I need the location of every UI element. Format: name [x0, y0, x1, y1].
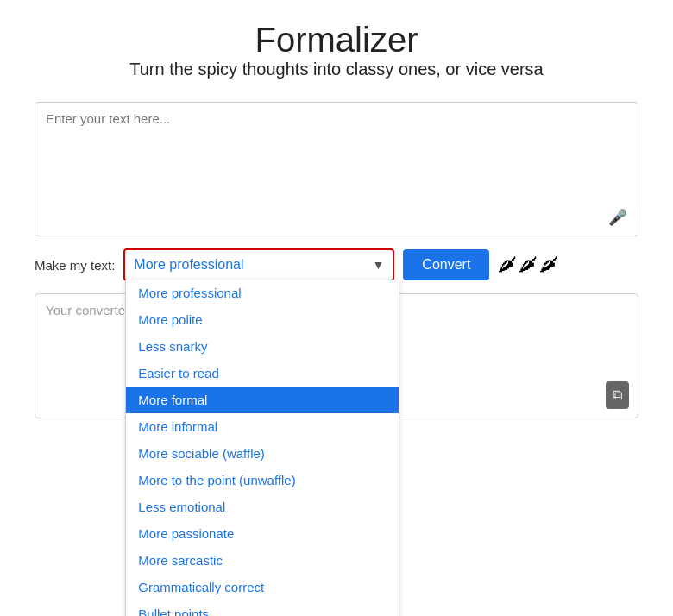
mic-icon[interactable]: 🎤 [608, 208, 627, 227]
make-label: Make my text: [35, 258, 115, 273]
controls-row: Make my text: More professional ▼ More p… [35, 248, 638, 281]
selected-option-text: More professional [134, 257, 365, 273]
chili-icons: 🌶🌶🌶 [498, 254, 560, 276]
dropdown-item[interactable]: More to the point (unwaffle) [126, 467, 399, 493]
header: Formalizer Turn the spicy thoughts into … [0, 0, 673, 86]
style-select[interactable]: More professional ▼ [125, 250, 393, 280]
convert-button[interactable]: Convert [403, 249, 489, 280]
dropdown-item[interactable]: Less emotional [126, 493, 399, 520]
app-subtitle: Turn the spicy thoughts into classy ones… [0, 60, 673, 79]
dropdown-item[interactable]: More sociable (waffle) [126, 440, 399, 467]
dropdown-item[interactable]: Grammatically correct [126, 574, 399, 600]
app-title: Formalizer [0, 21, 673, 60]
dropdown-item[interactable]: Bullet points [126, 600, 399, 616]
dropdown-item[interactable]: More polite [126, 306, 399, 333]
dropdown-item[interactable]: Easier to read [126, 360, 399, 387]
input-container: 🎤 [35, 102, 638, 236]
copy-button[interactable]: ⧉ [606, 381, 629, 409]
dropdown-menu: More professionalMore politeLess snarkyE… [125, 280, 399, 616]
dropdown-item[interactable]: Less snarky [126, 333, 399, 360]
dropdown-item[interactable]: More formal [126, 387, 399, 413]
dropdown-item[interactable]: More sarcastic [126, 547, 399, 574]
copy-icon: ⧉ [613, 387, 622, 402]
dropdown-item[interactable]: More professional [126, 280, 399, 306]
style-select-wrapper: More professional ▼ More professionalMor… [123, 248, 394, 281]
chevron-down-icon: ▼ [373, 258, 385, 272]
text-input[interactable] [46, 111, 627, 223]
dropdown-item[interactable]: More informal [126, 413, 399, 440]
dropdown-item[interactable]: More passionate [126, 520, 399, 547]
